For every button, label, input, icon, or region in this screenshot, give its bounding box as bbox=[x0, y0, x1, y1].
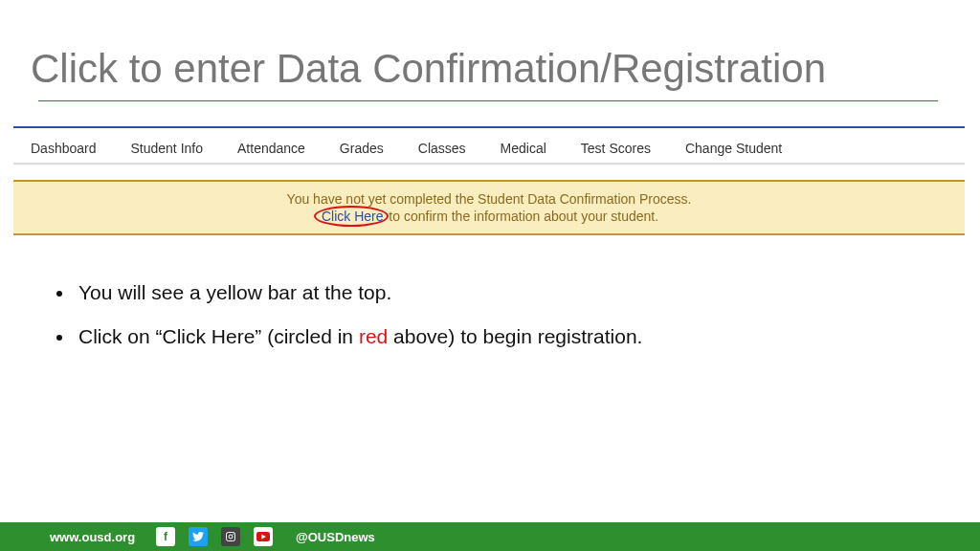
bullet-1: You will see a yellow bar at the top. bbox=[75, 281, 642, 304]
nav-grades[interactable]: Grades bbox=[323, 141, 401, 156]
footer-url: www.ousd.org bbox=[50, 530, 135, 544]
nav-student-info[interactable]: Student Info bbox=[114, 141, 221, 156]
nav-medical[interactable]: Medical bbox=[483, 141, 564, 156]
nav-classes[interactable]: Classes bbox=[401, 141, 483, 156]
banner-line-1: You have not yet completed the Student D… bbox=[13, 191, 965, 207]
slide-footer: www.ousd.org f @OUSDnews bbox=[0, 522, 980, 551]
footer-handle: @OUSDnews bbox=[296, 530, 375, 544]
click-here-link[interactable]: Click Here bbox=[320, 209, 386, 224]
nav-test-scores[interactable]: Test Scores bbox=[564, 141, 668, 156]
nav-top-rule bbox=[13, 126, 965, 128]
bullet-2-red-word: red bbox=[359, 325, 388, 347]
svg-point-2 bbox=[233, 534, 234, 535]
nav-dashboard[interactable]: Dashboard bbox=[13, 141, 114, 156]
banner-line-2: Click Here to confirm the information ab… bbox=[13, 209, 965, 224]
banner-line-2-rest: to confirm the information about your st… bbox=[385, 209, 658, 224]
instagram-icon bbox=[221, 527, 240, 546]
title-underline bbox=[38, 100, 938, 101]
twitter-icon bbox=[189, 527, 208, 546]
facebook-icon: f bbox=[156, 527, 175, 546]
youtube-icon bbox=[254, 527, 273, 546]
click-here-label: Click Here bbox=[322, 209, 384, 224]
nav-change-student[interactable]: Change Student bbox=[668, 141, 799, 156]
bullet-2-part-b: above) to begin registration. bbox=[388, 325, 642, 347]
bullet-2: Click on “Click Here” (circled in red ab… bbox=[75, 325, 642, 348]
confirmation-banner: You have not yet completed the Student D… bbox=[13, 180, 965, 235]
bullet-2-part-a: Click on “Click Here” (circled in bbox=[78, 325, 359, 347]
portal-nav: Dashboard Student Info Attendance Grades… bbox=[13, 134, 965, 163]
nav-attendance[interactable]: Attendance bbox=[220, 141, 323, 156]
svg-point-1 bbox=[229, 535, 233, 539]
instruction-list: You will see a yellow bar at the top. Cl… bbox=[54, 281, 642, 369]
nav-bottom-rule bbox=[13, 163, 965, 165]
slide-title: Click to enter Data Confirmation/Registr… bbox=[31, 46, 826, 92]
